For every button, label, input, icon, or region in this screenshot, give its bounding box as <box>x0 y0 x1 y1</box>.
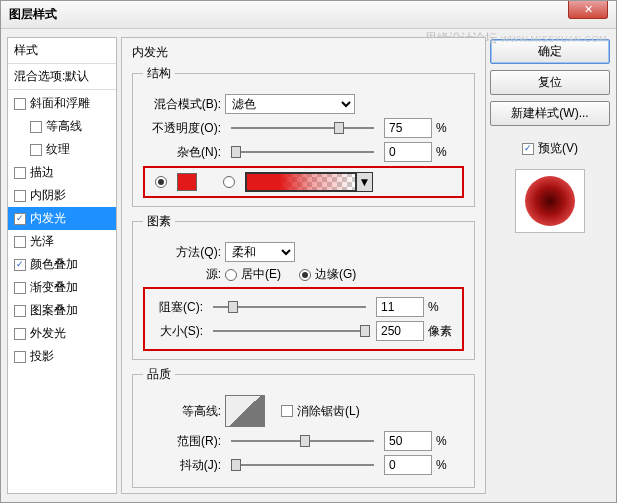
choke-label: 阻塞(C): <box>151 299 203 316</box>
range-label: 范围(R): <box>143 433 221 450</box>
choke-slider[interactable] <box>213 299 366 315</box>
sidebar-item-8[interactable]: 渐变叠加 <box>8 276 116 299</box>
chevron-down-icon[interactable]: ▼ <box>356 173 372 191</box>
sidebar-checkbox[interactable]: ✓ <box>14 213 26 225</box>
highlight-box-size: 阻塞(C): % 大小(S): 像素 <box>143 287 464 351</box>
jitter-slider[interactable] <box>231 457 374 473</box>
sidebar-item-6[interactable]: 光泽 <box>8 230 116 253</box>
jitter-unit: % <box>436 458 464 472</box>
size-slider[interactable] <box>213 323 366 339</box>
source-edge-label: 边缘(G) <box>315 266 356 283</box>
jitter-label: 抖动(J): <box>143 457 221 474</box>
sidebar-item-4[interactable]: 内阴影 <box>8 184 116 207</box>
highlight-box-color: ▼ <box>143 166 464 198</box>
noise-input[interactable] <box>384 142 432 162</box>
choke-input[interactable] <box>376 297 424 317</box>
opacity-unit: % <box>436 121 464 135</box>
source-label: 源: <box>143 266 221 283</box>
antialias-checkbox[interactable] <box>281 405 293 417</box>
technique-select[interactable]: 柔和 <box>225 242 295 262</box>
sidebar-item-label: 等高线 <box>46 118 82 135</box>
noise-unit: % <box>436 145 464 159</box>
close-button[interactable]: ✕ <box>568 1 608 19</box>
sidebar-item-label: 投影 <box>30 348 54 365</box>
cancel-button[interactable]: 复位 <box>490 70 610 95</box>
sidebar-item-label: 斜面和浮雕 <box>30 95 90 112</box>
range-unit: % <box>436 434 464 448</box>
color-swatch[interactable] <box>177 173 197 191</box>
choke-unit: % <box>428 300 456 314</box>
preview-thumbnail <box>515 169 585 233</box>
titlebar: 图层样式 ✕ <box>1 1 616 29</box>
sidebar-checkbox[interactable] <box>14 328 26 340</box>
sidebar-checkbox[interactable] <box>14 236 26 248</box>
sidebar-checkbox[interactable] <box>30 144 42 156</box>
antialias-label: 消除锯齿(L) <box>297 403 360 420</box>
blend-mode-select[interactable]: 滤色 <box>225 94 355 114</box>
contour-label: 等高线: <box>143 403 221 420</box>
sidebar-item-1[interactable]: 等高线 <box>8 115 116 138</box>
contour-picker[interactable] <box>225 395 265 427</box>
elements-group: 图素 方法(Q): 柔和 源: 居中(E) 边缘(G) 阻塞(C): <box>132 213 475 360</box>
structure-legend: 结构 <box>143 65 175 82</box>
preview-label: 预览(V) <box>538 140 578 157</box>
sidebar-list: 斜面和浮雕等高线纹理描边内阴影✓内发光光泽✓颜色叠加渐变叠加图案叠加外发光投影 <box>8 90 116 370</box>
sidebar-item-label: 内阴影 <box>30 187 66 204</box>
layer-style-dialog: 图层样式 ✕ 思缘设计论坛WWW.MISSYUAN.COM 样式 混合选项:默认… <box>0 0 617 503</box>
sidebar-item-7[interactable]: ✓颜色叠加 <box>8 253 116 276</box>
sidebar-item-label: 渐变叠加 <box>30 279 78 296</box>
technique-label: 方法(Q): <box>143 244 221 261</box>
noise-slider[interactable] <box>231 144 374 160</box>
quality-legend: 品质 <box>143 366 175 383</box>
window-title: 图层样式 <box>9 6 57 23</box>
opacity-slider[interactable] <box>231 120 374 136</box>
content: 样式 混合选项:默认 斜面和浮雕等高线纹理描边内阴影✓内发光光泽✓颜色叠加渐变叠… <box>1 29 616 502</box>
range-slider[interactable] <box>231 433 374 449</box>
size-input[interactable] <box>376 321 424 341</box>
opacity-input[interactable] <box>384 118 432 138</box>
sidebar-item-label: 图案叠加 <box>30 302 78 319</box>
sidebar-item-label: 纹理 <box>46 141 70 158</box>
sidebar-item-0[interactable]: 斜面和浮雕 <box>8 92 116 115</box>
styles-sidebar: 样式 混合选项:默认 斜面和浮雕等高线纹理描边内阴影✓内发光光泽✓颜色叠加渐变叠… <box>7 37 117 494</box>
preview-checkbox[interactable]: ✓ <box>522 143 534 155</box>
blend-mode-label: 混合模式(B): <box>143 96 221 113</box>
sidebar-checkbox[interactable] <box>14 282 26 294</box>
sidebar-checkbox[interactable] <box>14 98 26 110</box>
sidebar-checkbox[interactable] <box>14 305 26 317</box>
sidebar-item-label: 描边 <box>30 164 54 181</box>
sidebar-item-2[interactable]: 纹理 <box>8 138 116 161</box>
sidebar-checkbox[interactable] <box>14 351 26 363</box>
gradient-picker[interactable]: ▼ <box>245 172 373 192</box>
sidebar-checkbox[interactable] <box>30 121 42 133</box>
source-center-label: 居中(E) <box>241 266 281 283</box>
sidebar-blending-options[interactable]: 混合选项:默认 <box>8 64 116 90</box>
noise-label: 杂色(N): <box>143 144 221 161</box>
sidebar-item-label: 颜色叠加 <box>30 256 78 273</box>
size-label: 大小(S): <box>151 323 203 340</box>
new-style-button[interactable]: 新建样式(W)... <box>490 101 610 126</box>
size-unit: 像素 <box>428 323 456 340</box>
panel-title: 内发光 <box>132 44 475 61</box>
range-input[interactable] <box>384 431 432 451</box>
sidebar-item-9[interactable]: 图案叠加 <box>8 299 116 322</box>
sidebar-checkbox[interactable]: ✓ <box>14 259 26 271</box>
sidebar-checkbox[interactable] <box>14 190 26 202</box>
sidebar-item-10[interactable]: 外发光 <box>8 322 116 345</box>
gradient-radio[interactable] <box>223 176 235 188</box>
sidebar-checkbox[interactable] <box>14 167 26 179</box>
jitter-input[interactable] <box>384 455 432 475</box>
source-center-radio[interactable] <box>225 269 237 281</box>
sidebar-item-3[interactable]: 描边 <box>8 161 116 184</box>
elements-legend: 图素 <box>143 213 175 230</box>
sidebar-item-5[interactable]: ✓内发光 <box>8 207 116 230</box>
solid-color-radio[interactable] <box>155 176 167 188</box>
sidebar-item-label: 外发光 <box>30 325 66 342</box>
sidebar-item-11[interactable]: 投影 <box>8 345 116 368</box>
sidebar-item-label: 内发光 <box>30 210 66 227</box>
structure-group: 结构 混合模式(B): 滤色 不透明度(O): % 杂色(N): % <box>132 65 475 207</box>
right-column: 确定 复位 新建样式(W)... ✓ 预览(V) <box>490 37 610 494</box>
source-edge-radio[interactable] <box>299 269 311 281</box>
sidebar-header[interactable]: 样式 <box>8 38 116 64</box>
sidebar-item-label: 光泽 <box>30 233 54 250</box>
